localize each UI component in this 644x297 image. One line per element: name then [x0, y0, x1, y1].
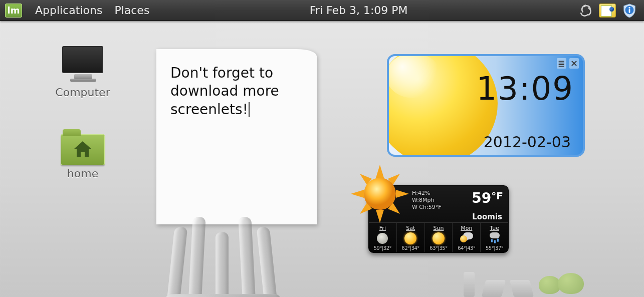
- computer-desktop-icon[interactable]: Computer: [48, 46, 118, 99]
- weather-screenlet[interactable]: H:42% W:8Mph W Ch:59°F 59°F Loomis Fri59…: [368, 185, 509, 253]
- forecast-day-name: Sat: [397, 225, 424, 231]
- clock-time: 13:09: [477, 70, 574, 107]
- forecast-day[interactable]: Mon64°|43°: [453, 223, 481, 252]
- weather-wind: W:8Mph: [412, 197, 442, 204]
- forecast-day-name: Mon: [453, 225, 480, 231]
- svg-rect-1: [629, 9, 630, 13]
- top-panel: lm Applications Places Fri Feb 3, 1:09 P…: [0, 0, 644, 21]
- forecast-hilo: 62°|34°: [397, 245, 424, 251]
- forecast-hilo: 63°|35°: [425, 245, 453, 251]
- forecast-day[interactable]: Fri59°|32°: [369, 223, 397, 252]
- clock-close-icon[interactable]: ✕: [569, 58, 579, 69]
- forecast-moon-icon: [369, 231, 396, 245]
- forecast-row: Fri59°|32°Sat62°|34°Sun63°|35°Mon64°|43°…: [369, 222, 508, 252]
- forecast-day[interactable]: Tue55°|37°: [481, 223, 508, 252]
- system-tray: [577, 3, 644, 18]
- weather-windchill: W Ch:59°F: [412, 204, 442, 211]
- forecast-day-name: Tue: [481, 225, 508, 231]
- forecast-hilo: 55°|37°: [481, 245, 508, 251]
- mint-menu-icon[interactable]: lm: [5, 4, 22, 18]
- sticky-note-screenlet[interactable]: Don't forget to download more screenlets…: [156, 49, 317, 224]
- home-label: home: [48, 167, 118, 180]
- folder-icon: [61, 134, 105, 165]
- clock-options-icon[interactable]: ≣: [557, 58, 566, 69]
- forecast-day-name: Fri: [369, 225, 396, 231]
- applications-menu[interactable]: Applications: [29, 4, 108, 17]
- weather-temp: 59°F: [472, 190, 503, 206]
- weather-humidity: H:42%: [412, 190, 442, 197]
- forecast-rain-icon: [481, 231, 508, 245]
- clock-date: 2012-02-03: [484, 133, 571, 151]
- svg-marker-4: [396, 190, 409, 198]
- computer-label: Computer: [48, 86, 118, 99]
- weather-stats: H:42% W:8Mph W Ch:59°F: [412, 190, 442, 210]
- panel-clock[interactable]: Fri Feb 3, 1:09 PM: [310, 4, 423, 17]
- forecast-day-name: Sun: [425, 225, 453, 231]
- wallpaper-decoration-right: [464, 262, 594, 297]
- svg-marker-5: [376, 210, 384, 223]
- calendar-tray-icon[interactable]: [599, 3, 616, 18]
- forecast-day[interactable]: Sat62°|34°: [397, 223, 425, 252]
- home-desktop-icon[interactable]: home: [48, 134, 118, 180]
- big-sun-icon: [350, 164, 410, 224]
- text-cursor: [249, 102, 250, 117]
- svg-point-11: [364, 178, 396, 210]
- places-menu[interactable]: Places: [108, 4, 155, 17]
- swirl-tray-icon[interactable]: [577, 3, 594, 18]
- forecast-day[interactable]: Sun63°|35°: [425, 223, 453, 252]
- svg-marker-3: [376, 165, 384, 178]
- forecast-partlycloudy-icon: [453, 231, 480, 245]
- svg-marker-6: [351, 190, 364, 198]
- forecast-hilo: 59°|32°: [369, 245, 396, 251]
- info-shield-tray-icon[interactable]: [621, 3, 638, 18]
- home-icon: [72, 139, 94, 159]
- wallpaper-decoration: [165, 212, 346, 297]
- forecast-sun-icon: [397, 231, 424, 245]
- monitor-icon: [62, 46, 103, 73]
- svg-point-2: [628, 7, 630, 8]
- forecast-hilo: 64°|43°: [453, 245, 480, 251]
- sticky-note-text: Don't forget to download more screenlets…: [170, 65, 279, 118]
- forecast-sun-icon: [425, 231, 453, 245]
- clock-screenlet[interactable]: ≣ ✕ 13:09 2012-02-03: [387, 54, 585, 157]
